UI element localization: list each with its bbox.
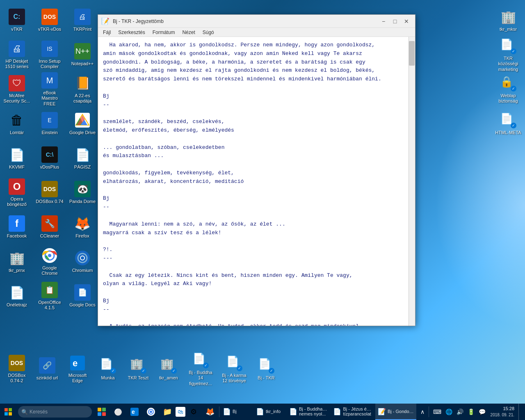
- icon-openoffice[interactable]: 📋 OpenOffice4.1.5: [35, 280, 64, 313]
- taskbar-pin-edge[interactable]: e: [126, 404, 143, 420]
- icon-ms-edge[interactable]: e MicrosoftEdge: [63, 353, 92, 386]
- show-desktop-btn[interactable]: [518, 404, 522, 420]
- icon-inno-setup[interactable]: IS Inno SetupCompiler: [35, 39, 64, 71]
- icon-bj-tkr[interactable]: 📄 ✓ Bj - TKR: [251, 353, 281, 386]
- window-titlebar[interactable]: 📝 Bj - TKR - Jegyzettömb − □ ✕: [98, 15, 415, 28]
- icon-hp-deskjet[interactable]: 🖨 HP Deskjet1510 series: [2, 39, 32, 71]
- icon-notepadpp[interactable]: N++ Notepad++: [68, 39, 97, 71]
- icon-tkr-mksr[interactable]: 🏢 tkr_mksr: [493, 4, 523, 37]
- taskbar-search-bar[interactable]: 🔍 Keresés: [18, 406, 92, 418]
- taskbar-run-jezus[interactable]: 📄 Bj - Jézus és atízparancsolat: [331, 404, 375, 420]
- taskbar-pin-settings[interactable]: ⚙: [185, 404, 202, 420]
- icon-szinkod-url[interactable]: 🔗 szinkód url: [32, 353, 62, 386]
- menu-fajl[interactable]: Fájl: [100, 29, 114, 36]
- icon-kkvmf[interactable]: 📄 KKVMF: [2, 142, 32, 175]
- taskbar-pin-firefox[interactable]: 🦊: [202, 404, 218, 420]
- icon-einstein[interactable]: E Einstein: [35, 107, 64, 140]
- icon-ccleaner[interactable]: 🔧 CCleaner: [35, 211, 64, 244]
- tray-network[interactable]: 🌐: [445, 408, 453, 416]
- tray-time: 15:28: [501, 406, 516, 412]
- taskbar-run-tkrinfo[interactable]: 📄 tkr_info: [253, 404, 286, 420]
- run-label-tkrinfo: tkr_info: [266, 409, 281, 414]
- svg-rect-21: [98, 412, 101, 416]
- notepad-text[interactable]: Ha akarod, ha nem, akkor is gondolkodsz.…: [98, 37, 386, 326]
- icon-pagisz[interactable]: 📄 PÁGISZ: [68, 142, 97, 175]
- tray-notification[interactable]: 💬: [478, 408, 486, 416]
- taskbar-pin-cortana[interactable]: ⚪: [110, 404, 126, 420]
- menu-sugo[interactable]: Súgó: [199, 29, 217, 36]
- icon-tkr-marketing[interactable]: 📄 ✓ TKR közösségimarketing: [493, 39, 523, 71]
- icon-tkrprint[interactable]: 🖨 TKRPrint: [68, 4, 97, 37]
- taskbar-pin-chrome[interactable]: [143, 404, 159, 420]
- tray-keyboard[interactable]: ⌨: [432, 408, 442, 416]
- taskbar-sep1: [219, 406, 219, 417]
- menu-szerkesztes[interactable]: Szerkesztés: [115, 29, 148, 36]
- icon-dosbox-2[interactable]: DOS DOSBox0.74-2: [2, 353, 32, 386]
- icon-opera[interactable]: O Operaböngésző: [2, 176, 32, 209]
- taskbar-run-gondolat[interactable]: 📝 Bj - Gondolat: [375, 404, 416, 420]
- search-icon: 🔍: [21, 409, 28, 415]
- icon-ebook-maestro[interactable]: M eBookMaestro FREE: [35, 73, 64, 106]
- icon-firefox[interactable]: 🦊 Firefox: [68, 211, 97, 244]
- icon-munka[interactable]: 📄 ✓ Munka: [93, 353, 123, 386]
- scrollbar-thumb[interactable]: [409, 41, 415, 66]
- icon-onetrajz[interactable]: 📄 Onéletrajz: [2, 280, 32, 313]
- run-icon-tkrinfo: 📄: [256, 408, 264, 415]
- svg-text:e: e: [132, 409, 135, 415]
- tray-volume[interactable]: 🔊: [456, 408, 464, 416]
- icon-google-drive[interactable]: Google Drive: [68, 107, 97, 140]
- maximize-button[interactable]: □: [390, 17, 400, 26]
- icon-tkr-teszt[interactable]: 🏢 ✓ TKR Teszt: [123, 353, 153, 386]
- svg-point-27: [150, 411, 152, 413]
- taskbar-pin-store[interactable]: 🛍: [176, 407, 185, 417]
- start-button[interactable]: [0, 404, 16, 420]
- icon-vtkr-vdos[interactable]: DOS vTKR-vDos: [35, 4, 64, 37]
- icon-mcafee[interactable]: 🛡 McAfeeSecurity Sc...: [2, 73, 32, 106]
- tray-clock-area[interactable]: 15:28 2018. 09. 21.: [489, 406, 516, 418]
- icon-chromium[interactable]: Chromium: [68, 245, 97, 278]
- run-icon-jezus: 📄: [333, 408, 341, 415]
- svg-rect-18: [9, 412, 12, 415]
- run-icon-buddha: 📄: [289, 408, 297, 415]
- icon-bj-karma[interactable]: 📄 ✓ Bj - A karma12 törvénye: [218, 353, 251, 386]
- icon-facebook[interactable]: f Facebook: [2, 211, 32, 244]
- tray-battery[interactable]: 🔋: [467, 408, 475, 416]
- icon-html-meta[interactable]: 📄 ✓ HTML-META: [493, 107, 523, 140]
- minimize-button[interactable]: −: [378, 17, 389, 26]
- icon-panda-dome[interactable]: 🐼 Panda Dome: [68, 176, 97, 209]
- menu-nezet[interactable]: Nézet: [179, 29, 198, 36]
- icon-bj-buddha[interactable]: 📄 ✓ Bj - Buddha14 figyelmez...: [184, 353, 217, 386]
- icon-google-docs[interactable]: 📄 Google Docs: [68, 280, 97, 313]
- taskbar-run-bj[interactable]: 📄 Bj: [220, 404, 253, 420]
- run-icon-gondolat: 📝: [378, 408, 386, 415]
- taskbar-running-apps: 📄 Bj 📄 tkr_info 📄 Bj - Buddha_Anemes nyo…: [220, 404, 416, 420]
- icon-dosbox[interactable]: DOS DOSBox 0.74: [35, 176, 64, 209]
- svg-rect-16: [9, 408, 12, 411]
- taskbar-pin-explorer[interactable]: [94, 404, 110, 420]
- titlebar-left: 📝 Bj - TKR - Jegyzettömb: [101, 17, 164, 25]
- icon-google-chrome[interactable]: GoogleChrome: [35, 245, 64, 278]
- desktop-icon-col2: DOS vTKR-vDos IS Inno SetupCompiler M eB…: [35, 4, 64, 313]
- icon-tkr-amen[interactable]: 🏢 ✓ tkr_amen: [154, 353, 183, 386]
- icon-weblap-biztonsag[interactable]: 🔒 ✓ Weblapbiztonság: [493, 73, 523, 106]
- run-label-bj: Bj: [233, 409, 237, 414]
- menu-formatum[interactable]: Formátum: [149, 29, 178, 36]
- icon-22es-csapdaja[interactable]: 📙 A 22-escsapdája: [68, 73, 97, 106]
- taskbar-pin-folder[interactable]: 📁: [159, 404, 176, 420]
- tray-up-arrow[interactable]: ∧: [420, 408, 425, 416]
- desktop-icon-col1: C: vTKR 🖨 HP Deskjet1510 series 🛡 McAfee…: [2, 4, 32, 313]
- close-button[interactable]: ✕: [401, 17, 412, 26]
- taskbar-run-buddha[interactable]: 📄 Bj - Buddha_Anemes nyol...: [287, 404, 330, 420]
- icon-trash[interactable]: 🗑 Lomtár: [2, 107, 32, 140]
- bottom-desktop-icons: DOS DOSBox0.74-2 🔗 szinkód url e Microso…: [2, 353, 281, 386]
- run-icon-bj: 📄: [223, 408, 231, 415]
- svg-rect-15: [5, 408, 8, 411]
- icon-vdosplus[interactable]: C:\ vDosPlus: [35, 142, 64, 175]
- notepad-content-area: Ha akarod, ha nem, akkor is gondolkodsz.…: [98, 37, 415, 326]
- icon-vtkr[interactable]: C: vTKR: [2, 4, 32, 37]
- desktop-icon-col3: 🖨 TKRPrint N++ Notepad++ 📙 A 22-escsapdá…: [68, 4, 97, 313]
- search-placeholder: Keresés: [30, 409, 48, 415]
- tray-sep: [429, 406, 429, 417]
- vertical-scrollbar[interactable]: [409, 37, 415, 326]
- icon-tkr-prnx[interactable]: 🏢 tkr_prnx: [2, 245, 32, 278]
